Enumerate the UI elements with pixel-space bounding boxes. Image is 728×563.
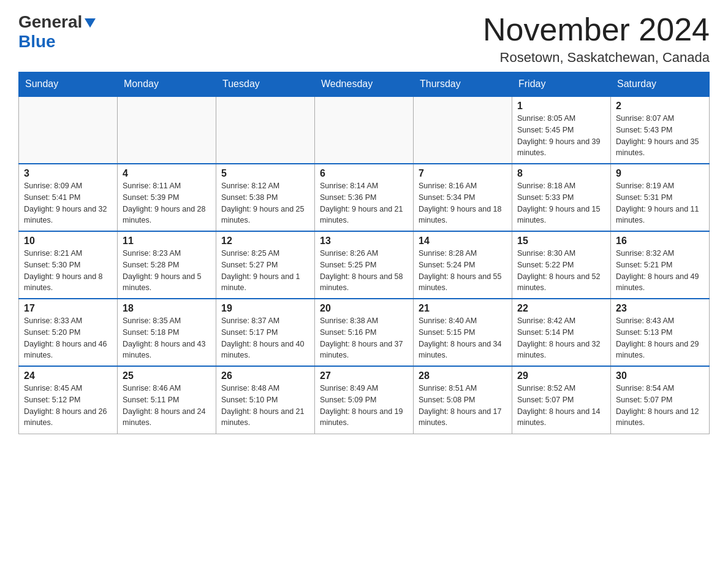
day-number: 18 (123, 303, 211, 314)
day-info: Sunrise: 8:51 AM Sunset: 5:08 PM Dayligh… (419, 383, 507, 429)
day-number: 24 (24, 370, 112, 381)
day-number: 17 (24, 303, 112, 314)
weekday-header-wednesday: Wednesday (315, 72, 414, 97)
calendar-week-row: 1Sunrise: 8:05 AM Sunset: 5:45 PM Daylig… (19, 96, 710, 164)
calendar-cell: 13Sunrise: 8:26 AM Sunset: 5:25 PM Dayli… (315, 231, 414, 299)
calendar-cell: 17Sunrise: 8:33 AM Sunset: 5:20 PM Dayli… (19, 299, 118, 366)
calendar-cell: 30Sunrise: 8:54 AM Sunset: 5:07 PM Dayli… (611, 366, 710, 434)
day-number: 6 (320, 168, 408, 179)
calendar-cell: 21Sunrise: 8:40 AM Sunset: 5:15 PM Dayli… (414, 299, 512, 366)
calendar-cell: 25Sunrise: 8:46 AM Sunset: 5:11 PM Dayli… (118, 366, 216, 434)
calendar-week-row: 10Sunrise: 8:21 AM Sunset: 5:30 PM Dayli… (19, 231, 710, 299)
calendar-cell: 4Sunrise: 8:11 AM Sunset: 5:39 PM Daylig… (118, 164, 216, 231)
day-number: 7 (419, 168, 507, 179)
day-number: 29 (517, 370, 605, 381)
day-number: 12 (221, 236, 309, 247)
day-number: 13 (320, 236, 408, 247)
calendar-cell: 6Sunrise: 8:14 AM Sunset: 5:36 PM Daylig… (315, 164, 414, 231)
day-info: Sunrise: 8:38 AM Sunset: 5:16 PM Dayligh… (320, 315, 408, 361)
day-info: Sunrise: 8:09 AM Sunset: 5:41 PM Dayligh… (24, 180, 112, 226)
day-number: 20 (320, 303, 408, 314)
calendar-cell (216, 96, 315, 164)
day-info: Sunrise: 8:32 AM Sunset: 5:21 PM Dayligh… (616, 248, 704, 294)
day-number: 11 (123, 236, 211, 247)
day-number: 14 (419, 236, 507, 247)
calendar-cell: 23Sunrise: 8:43 AM Sunset: 5:13 PM Dayli… (611, 299, 710, 366)
day-number: 3 (24, 168, 112, 179)
day-info: Sunrise: 8:48 AM Sunset: 5:10 PM Dayligh… (221, 383, 309, 429)
day-info: Sunrise: 8:43 AM Sunset: 5:13 PM Dayligh… (616, 315, 704, 361)
day-number: 8 (517, 168, 605, 179)
calendar-cell: 8Sunrise: 8:18 AM Sunset: 5:33 PM Daylig… (512, 164, 611, 231)
weekday-header-thursday: Thursday (414, 72, 512, 97)
calendar-cell: 26Sunrise: 8:48 AM Sunset: 5:10 PM Dayli… (216, 366, 315, 434)
logo-general: General (18, 12, 82, 32)
day-number: 15 (517, 236, 605, 247)
calendar-cell (19, 96, 118, 164)
calendar-cell: 14Sunrise: 8:28 AM Sunset: 5:24 PM Dayli… (414, 231, 512, 299)
day-number: 22 (517, 303, 605, 314)
weekday-header-friday: Friday (512, 72, 611, 97)
calendar-cell: 16Sunrise: 8:32 AM Sunset: 5:21 PM Dayli… (611, 231, 710, 299)
calendar-cell: 22Sunrise: 8:42 AM Sunset: 5:14 PM Dayli… (512, 299, 611, 366)
calendar-cell: 15Sunrise: 8:30 AM Sunset: 5:22 PM Dayli… (512, 231, 611, 299)
day-info: Sunrise: 8:40 AM Sunset: 5:15 PM Dayligh… (419, 315, 507, 361)
calendar-cell: 18Sunrise: 8:35 AM Sunset: 5:18 PM Dayli… (118, 299, 216, 366)
day-info: Sunrise: 8:14 AM Sunset: 5:36 PM Dayligh… (320, 180, 408, 226)
calendar-header-row: SundayMondayTuesdayWednesdayThursdayFrid… (19, 72, 710, 97)
logo-triangle-icon (85, 18, 96, 28)
day-info: Sunrise: 8:52 AM Sunset: 5:07 PM Dayligh… (517, 383, 605, 429)
day-info: Sunrise: 8:54 AM Sunset: 5:07 PM Dayligh… (616, 383, 704, 429)
calendar-cell: 3Sunrise: 8:09 AM Sunset: 5:41 PM Daylig… (19, 164, 118, 231)
day-info: Sunrise: 8:16 AM Sunset: 5:34 PM Dayligh… (419, 180, 507, 226)
page-subtitle: Rosetown, Saskatchewan, Canada (483, 50, 710, 66)
calendar-cell: 12Sunrise: 8:25 AM Sunset: 5:27 PM Dayli… (216, 231, 315, 299)
day-info: Sunrise: 8:19 AM Sunset: 5:31 PM Dayligh… (616, 180, 704, 226)
day-number: 4 (123, 168, 211, 179)
logo-blue: Blue (18, 32, 56, 52)
calendar-cell: 27Sunrise: 8:49 AM Sunset: 5:09 PM Dayli… (315, 366, 414, 434)
day-info: Sunrise: 8:23 AM Sunset: 5:28 PM Dayligh… (123, 248, 211, 294)
day-info: Sunrise: 8:33 AM Sunset: 5:20 PM Dayligh… (24, 315, 112, 361)
calendar-week-row: 3Sunrise: 8:09 AM Sunset: 5:41 PM Daylig… (19, 164, 710, 231)
weekday-header-sunday: Sunday (19, 72, 118, 97)
day-info: Sunrise: 8:25 AM Sunset: 5:27 PM Dayligh… (221, 248, 309, 294)
calendar-cell: 10Sunrise: 8:21 AM Sunset: 5:30 PM Dayli… (19, 231, 118, 299)
day-info: Sunrise: 8:12 AM Sunset: 5:38 PM Dayligh… (221, 180, 309, 226)
weekday-header-saturday: Saturday (611, 72, 710, 97)
calendar-cell: 20Sunrise: 8:38 AM Sunset: 5:16 PM Dayli… (315, 299, 414, 366)
day-info: Sunrise: 8:30 AM Sunset: 5:22 PM Dayligh… (517, 248, 605, 294)
calendar-cell: 28Sunrise: 8:51 AM Sunset: 5:08 PM Dayli… (414, 366, 512, 434)
day-info: Sunrise: 8:11 AM Sunset: 5:39 PM Dayligh… (123, 180, 211, 226)
day-info: Sunrise: 8:42 AM Sunset: 5:14 PM Dayligh… (517, 315, 605, 361)
day-number: 28 (419, 370, 507, 381)
day-info: Sunrise: 8:05 AM Sunset: 5:45 PM Dayligh… (517, 113, 605, 159)
calendar-cell: 9Sunrise: 8:19 AM Sunset: 5:31 PM Daylig… (611, 164, 710, 231)
weekday-header-monday: Monday (118, 72, 216, 97)
day-number: 25 (123, 370, 211, 381)
calendar-table: SundayMondayTuesdayWednesdayThursdayFrid… (18, 72, 710, 434)
day-number: 2 (616, 101, 704, 112)
page-header: General Blue November 2024 Rosetown, Sas… (18, 12, 710, 66)
calendar-week-row: 17Sunrise: 8:33 AM Sunset: 5:20 PM Dayli… (19, 299, 710, 366)
calendar-cell: 2Sunrise: 8:07 AM Sunset: 5:43 PM Daylig… (611, 96, 710, 164)
day-info: Sunrise: 8:46 AM Sunset: 5:11 PM Dayligh… (123, 383, 211, 429)
day-info: Sunrise: 8:26 AM Sunset: 5:25 PM Dayligh… (320, 248, 408, 294)
calendar-cell: 5Sunrise: 8:12 AM Sunset: 5:38 PM Daylig… (216, 164, 315, 231)
calendar-cell (414, 96, 512, 164)
day-number: 16 (616, 236, 704, 247)
day-info: Sunrise: 8:45 AM Sunset: 5:12 PM Dayligh… (24, 383, 112, 429)
day-info: Sunrise: 8:18 AM Sunset: 5:33 PM Dayligh… (517, 180, 605, 226)
day-number: 5 (221, 168, 309, 179)
day-info: Sunrise: 8:49 AM Sunset: 5:09 PM Dayligh… (320, 383, 408, 429)
calendar-cell (118, 96, 216, 164)
day-number: 23 (616, 303, 704, 314)
day-info: Sunrise: 8:37 AM Sunset: 5:17 PM Dayligh… (221, 315, 309, 361)
logo: General Blue (18, 12, 96, 52)
day-number: 30 (616, 370, 704, 381)
page-title: November 2024 (483, 12, 710, 47)
day-number: 9 (616, 168, 704, 179)
calendar-cell: 29Sunrise: 8:52 AM Sunset: 5:07 PM Dayli… (512, 366, 611, 434)
day-number: 21 (419, 303, 507, 314)
day-number: 27 (320, 370, 408, 381)
